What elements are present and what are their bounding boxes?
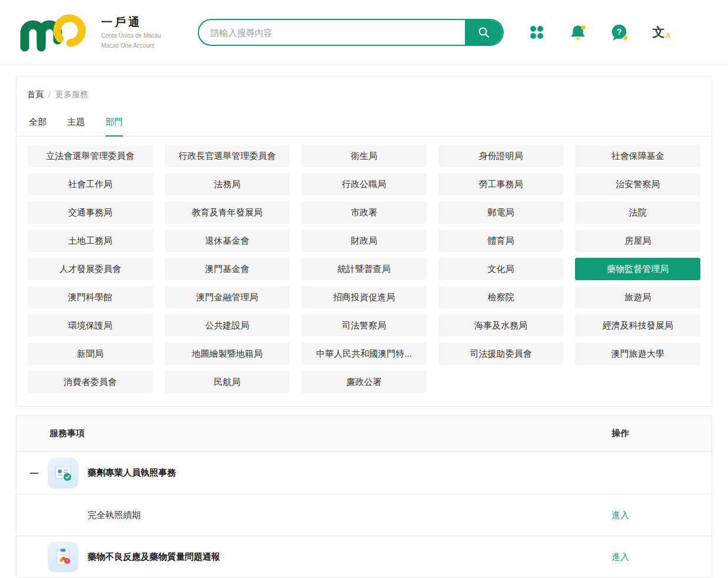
departments-card: 首頁/更多服務 全部主題部門 立法會選舉管理委員會行政長官選舉管理委員會衛生局身… bbox=[16, 76, 712, 407]
department-button[interactable]: 澳門金融管理局 bbox=[165, 286, 290, 308]
department-button[interactable]: 行政長官選舉管理委員會 bbox=[165, 145, 290, 167]
column-header-action: 操作 bbox=[611, 428, 712, 439]
mo-logo[interactable]: 一戶通 Conta Única de Macau Macao One Accou… bbox=[18, 13, 161, 52]
header-icons: ? 文A bbox=[526, 22, 673, 43]
department-button-selected[interactable]: 藥物監督管理局 bbox=[575, 258, 700, 280]
department-button[interactable]: 交通事務局 bbox=[28, 201, 153, 224]
department-button[interactable]: 澳門旅遊大學 bbox=[575, 343, 700, 365]
drug-report-icon bbox=[48, 542, 78, 572]
department-button[interactable]: 地圖繪製暨地籍局 bbox=[165, 343, 290, 365]
department-button[interactable]: 環境保護局 bbox=[28, 314, 153, 337]
tab-department[interactable]: 部門 bbox=[105, 112, 123, 137]
department-button[interactable]: 退休基金會 bbox=[165, 230, 290, 252]
services-card: 服務事項 操作 藥劑專業人員執照事務完全執照續期進入藥物不良反應及藥物質量問題通… bbox=[16, 415, 712, 578]
department-button[interactable]: 法院 bbox=[575, 201, 700, 224]
column-header-service: 服務事項 bbox=[16, 428, 611, 439]
service-row-2: 藥物不良反應及藥物質量問題通報進入 bbox=[16, 536, 712, 577]
department-button[interactable]: 人才發展委員會 bbox=[28, 258, 153, 280]
apps-grid-icon[interactable] bbox=[526, 22, 547, 43]
tab-theme[interactable]: 主題 bbox=[67, 112, 85, 136]
pharmacist-license-icon bbox=[48, 458, 78, 489]
help-chat-icon[interactable]: ? bbox=[609, 22, 630, 43]
department-button[interactable]: 治安警察局 bbox=[575, 173, 700, 195]
department-button[interactable]: 身份證明局 bbox=[438, 145, 564, 167]
enter-link[interactable]: 進入 bbox=[611, 552, 629, 562]
department-button[interactable]: 法務局 bbox=[165, 173, 290, 195]
tab-all[interactable]: 全部 bbox=[29, 112, 46, 136]
department-button[interactable]: 體育局 bbox=[438, 230, 564, 252]
department-button[interactable]: 文化局 bbox=[438, 258, 564, 280]
enter-link[interactable]: 進入 bbox=[611, 510, 629, 520]
department-button[interactable]: 教育及青年發展局 bbox=[165, 201, 290, 224]
search-button[interactable] bbox=[465, 20, 503, 45]
collapse-toggle[interactable] bbox=[25, 473, 48, 474]
minus-icon bbox=[30, 473, 38, 474]
department-button[interactable]: 澳門基金會 bbox=[165, 258, 290, 280]
department-button[interactable]: 公共建設局 bbox=[165, 314, 290, 337]
notification-bell-icon[interactable] bbox=[567, 22, 589, 43]
department-button[interactable]: 海事及水務局 bbox=[438, 314, 564, 337]
logo-subtitle-pt: Conta Única de Macau bbox=[101, 32, 161, 41]
department-button[interactable]: 旅遊局 bbox=[575, 286, 700, 308]
language-icon[interactable]: 文A bbox=[650, 22, 673, 43]
logo-text: 一戶通 Conta Única de Macau Macao One Accou… bbox=[101, 15, 161, 51]
language-main-glyph: 文 bbox=[653, 24, 665, 41]
mo-logo-icon bbox=[18, 13, 93, 52]
breadcrumb: 首頁/更多服務 bbox=[16, 77, 712, 108]
department-button[interactable]: 財政局 bbox=[301, 230, 427, 252]
svg-text:?: ? bbox=[616, 26, 621, 36]
service-title: 藥物不良反應及藥物質量問題通報 bbox=[88, 552, 220, 563]
logo-subtitle-en: Macao One Account bbox=[101, 42, 161, 51]
department-button[interactable]: 經濟及科技發展局 bbox=[575, 314, 700, 337]
department-button[interactable]: 中華人民共和國澳門特... bbox=[301, 343, 427, 365]
department-button[interactable]: 立法會選舉管理委員會 bbox=[28, 145, 153, 167]
department-button[interactable]: 社會工作局 bbox=[28, 173, 153, 195]
department-button[interactable]: 廉政公署 bbox=[301, 371, 427, 393]
service-row-1: 完全執照續期進入 bbox=[16, 494, 712, 536]
department-button[interactable]: 衛生局 bbox=[301, 145, 427, 167]
department-grid: 立法會選舉管理委員會行政長官選舉管理委員會衛生局身份證明局社會保障基金社會工作局… bbox=[16, 137, 712, 406]
department-button[interactable]: 房屋局 bbox=[575, 230, 700, 252]
department-button[interactable]: 勞工事務局 bbox=[438, 173, 564, 195]
breadcrumb-item-0[interactable]: 首頁 bbox=[27, 89, 44, 100]
tab-bar: 全部主題部門 bbox=[16, 108, 712, 137]
app-header: 一戶通 Conta Única de Macau Macao One Accou… bbox=[0, 0, 728, 65]
department-button[interactable]: 司法援助委員會 bbox=[438, 343, 564, 365]
department-button[interactable]: 行政公職局 bbox=[301, 173, 427, 195]
department-button[interactable]: 新聞局 bbox=[28, 343, 153, 365]
department-button[interactable]: 市政署 bbox=[301, 201, 427, 224]
department-button[interactable]: 澳門科學館 bbox=[28, 286, 153, 308]
service-subtitle: 完全執照續期 bbox=[25, 510, 141, 521]
language-sub-glyph: A bbox=[666, 31, 671, 40]
breadcrumb-item-1: 更多服務 bbox=[55, 89, 88, 100]
department-button[interactable]: 民航局 bbox=[165, 371, 290, 393]
department-button[interactable]: 社會保障基金 bbox=[575, 145, 700, 167]
department-button[interactable]: 消費者委員會 bbox=[28, 371, 153, 393]
search-icon bbox=[477, 26, 490, 39]
service-list: 藥劑專業人員執照事務完全執照續期進入藥物不良反應及藥物質量問題通報進入 bbox=[16, 452, 712, 577]
service-row-0: 藥劑專業人員執照事務 bbox=[16, 452, 712, 494]
logo-title: 一戶通 bbox=[101, 15, 161, 30]
department-button[interactable]: 招商投資促進局 bbox=[301, 286, 427, 308]
search-input[interactable] bbox=[199, 28, 465, 38]
department-button[interactable]: 檢察院 bbox=[438, 286, 564, 308]
department-button[interactable]: 統計暨普查局 bbox=[301, 258, 427, 280]
services-table-header: 服務事項 操作 bbox=[16, 416, 712, 452]
department-button[interactable]: 郵電局 bbox=[438, 201, 564, 224]
search-bar bbox=[198, 19, 504, 46]
breadcrumb-separator: / bbox=[48, 90, 51, 99]
department-button[interactable]: 土地工務局 bbox=[28, 230, 153, 252]
department-button[interactable]: 司法警察局 bbox=[301, 314, 427, 337]
service-title: 藥劑專業人員執照事務 bbox=[88, 467, 176, 479]
